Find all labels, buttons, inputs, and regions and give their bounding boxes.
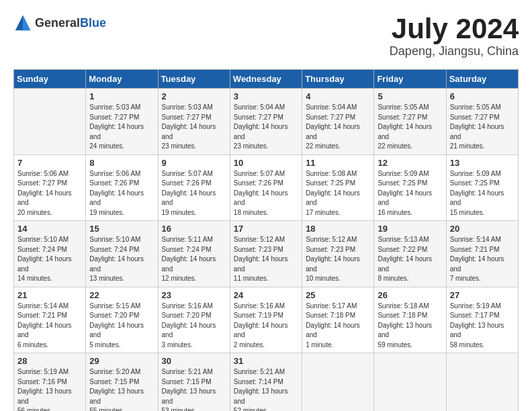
month-title: July 2024 xyxy=(390,13,519,44)
column-header-saturday: Saturday xyxy=(446,70,518,89)
cell-info: Sunrise: 5:14 AMSunset: 7:21 PMDaylight:… xyxy=(17,302,82,351)
cell-info: Sunrise: 5:16 AMSunset: 7:20 PMDaylight:… xyxy=(162,302,226,351)
calendar-cell: 11Sunrise: 5:08 AMSunset: 7:25 PMDayligh… xyxy=(302,154,374,221)
calendar-cell: 15Sunrise: 5:10 AMSunset: 7:24 PMDayligh… xyxy=(86,221,158,287)
day-number: 23 xyxy=(162,290,226,300)
calendar-cell: 13Sunrise: 5:09 AMSunset: 7:25 PMDayligh… xyxy=(446,154,518,221)
calendar-cell: 24Sunrise: 5:16 AMSunset: 7:19 PMDayligh… xyxy=(230,287,302,353)
calendar-week-row: 7Sunrise: 5:06 AMSunset: 7:27 PMDaylight… xyxy=(14,154,519,221)
day-number: 6 xyxy=(450,91,515,101)
calendar-body: 1Sunrise: 5:03 AMSunset: 7:27 PMDaylight… xyxy=(14,89,519,411)
cell-info: Sunrise: 5:04 AMSunset: 7:27 PMDaylight:… xyxy=(306,103,370,152)
day-number: 18 xyxy=(306,224,370,234)
cell-info: Sunrise: 5:04 AMSunset: 7:27 PMDaylight:… xyxy=(234,103,298,152)
day-number: 26 xyxy=(378,290,442,300)
cell-info: Sunrise: 5:06 AMSunset: 7:27 PMDaylight:… xyxy=(17,169,82,218)
cell-info: Sunrise: 5:09 AMSunset: 7:25 PMDaylight:… xyxy=(450,169,515,218)
calendar-cell xyxy=(374,353,446,411)
calendar-cell: 12Sunrise: 5:09 AMSunset: 7:25 PMDayligh… xyxy=(374,154,446,221)
day-number: 28 xyxy=(17,356,82,366)
cell-info: Sunrise: 5:08 AMSunset: 7:25 PMDaylight:… xyxy=(306,169,370,218)
calendar-cell: 17Sunrise: 5:12 AMSunset: 7:23 PMDayligh… xyxy=(230,221,302,287)
day-number: 5 xyxy=(378,91,442,101)
calendar-cell: 5Sunrise: 5:05 AMSunset: 7:27 PMDaylight… xyxy=(374,89,446,155)
logo-general: General xyxy=(35,16,80,30)
calendar-cell: 22Sunrise: 5:15 AMSunset: 7:20 PMDayligh… xyxy=(86,287,158,353)
calendar-cell xyxy=(14,89,86,155)
cell-info: Sunrise: 5:20 AMSunset: 7:15 PMDaylight:… xyxy=(89,367,154,411)
cell-info: Sunrise: 5:17 AMSunset: 7:18 PMDaylight:… xyxy=(306,302,370,351)
cell-info: Sunrise: 5:14 AMSunset: 7:21 PMDaylight:… xyxy=(450,235,515,284)
cell-info: Sunrise: 5:07 AMSunset: 7:26 PMDaylight:… xyxy=(162,169,226,218)
column-header-thursday: Thursday xyxy=(302,70,374,89)
calendar-cell: 18Sunrise: 5:12 AMSunset: 7:23 PMDayligh… xyxy=(302,221,374,287)
day-number: 16 xyxy=(162,224,226,234)
cell-info: Sunrise: 5:05 AMSunset: 7:27 PMDaylight:… xyxy=(450,103,515,152)
calendar-cell: 14Sunrise: 5:10 AMSunset: 7:24 PMDayligh… xyxy=(14,221,86,287)
page-header: GeneralBlue July 2024 Dapeng, Jiangsu, C… xyxy=(13,13,519,58)
cell-info: Sunrise: 5:11 AMSunset: 7:24 PMDaylight:… xyxy=(162,235,226,284)
day-number: 9 xyxy=(162,158,226,168)
cell-info: Sunrise: 5:21 AMSunset: 7:15 PMDaylight:… xyxy=(162,367,226,411)
cell-info: Sunrise: 5:21 AMSunset: 7:14 PMDaylight:… xyxy=(234,367,298,411)
calendar-cell: 25Sunrise: 5:17 AMSunset: 7:18 PMDayligh… xyxy=(302,287,374,353)
cell-info: Sunrise: 5:03 AMSunset: 7:27 PMDaylight:… xyxy=(162,103,226,152)
calendar-cell: 27Sunrise: 5:19 AMSunset: 7:17 PMDayligh… xyxy=(446,287,518,353)
calendar-cell: 16Sunrise: 5:11 AMSunset: 7:24 PMDayligh… xyxy=(158,221,230,287)
calendar-cell: 23Sunrise: 5:16 AMSunset: 7:20 PMDayligh… xyxy=(158,287,230,353)
cell-info: Sunrise: 5:10 AMSunset: 7:24 PMDaylight:… xyxy=(89,235,154,284)
day-number: 13 xyxy=(450,158,515,168)
logo-text: GeneralBlue xyxy=(35,16,106,30)
day-number: 22 xyxy=(89,290,154,300)
day-number: 30 xyxy=(162,356,226,366)
calendar-cell: 20Sunrise: 5:14 AMSunset: 7:21 PMDayligh… xyxy=(446,221,518,287)
day-number: 25 xyxy=(306,290,370,300)
calendar-cell: 4Sunrise: 5:04 AMSunset: 7:27 PMDaylight… xyxy=(302,89,374,155)
cell-info: Sunrise: 5:19 AMSunset: 7:17 PMDaylight:… xyxy=(450,302,515,351)
cell-info: Sunrise: 5:15 AMSunset: 7:20 PMDaylight:… xyxy=(89,302,154,351)
calendar-cell: 21Sunrise: 5:14 AMSunset: 7:21 PMDayligh… xyxy=(14,287,86,353)
day-number: 8 xyxy=(89,158,154,168)
calendar-cell: 29Sunrise: 5:20 AMSunset: 7:15 PMDayligh… xyxy=(86,353,158,411)
calendar-cell: 8Sunrise: 5:06 AMSunset: 7:26 PMDaylight… xyxy=(86,154,158,221)
column-header-tuesday: Tuesday xyxy=(158,70,230,89)
title-block: July 2024 Dapeng, Jiangsu, China xyxy=(390,13,519,58)
logo-blue: Blue xyxy=(80,16,106,30)
cell-info: Sunrise: 5:12 AMSunset: 7:23 PMDaylight:… xyxy=(234,235,298,284)
calendar-cell xyxy=(302,353,374,411)
column-header-sunday: Sunday xyxy=(14,70,86,89)
calendar-cell: 31Sunrise: 5:21 AMSunset: 7:14 PMDayligh… xyxy=(230,353,302,411)
cell-info: Sunrise: 5:18 AMSunset: 7:18 PMDaylight:… xyxy=(378,302,442,351)
svg-marker-1 xyxy=(23,15,30,30)
calendar-cell: 19Sunrise: 5:13 AMSunset: 7:22 PMDayligh… xyxy=(374,221,446,287)
day-number: 20 xyxy=(450,224,515,234)
day-number: 10 xyxy=(234,158,298,168)
calendar-cell: 28Sunrise: 5:19 AMSunset: 7:16 PMDayligh… xyxy=(14,353,86,411)
day-number: 15 xyxy=(89,224,154,234)
cell-info: Sunrise: 5:06 AMSunset: 7:26 PMDaylight:… xyxy=(89,169,154,218)
day-number: 4 xyxy=(306,91,370,101)
cell-info: Sunrise: 5:16 AMSunset: 7:19 PMDaylight:… xyxy=(234,302,298,351)
day-number: 7 xyxy=(17,158,82,168)
calendar-cell: 26Sunrise: 5:18 AMSunset: 7:18 PMDayligh… xyxy=(374,287,446,353)
cell-info: Sunrise: 5:10 AMSunset: 7:24 PMDaylight:… xyxy=(17,235,82,284)
calendar-week-row: 1Sunrise: 5:03 AMSunset: 7:27 PMDaylight… xyxy=(14,89,519,155)
cell-info: Sunrise: 5:09 AMSunset: 7:25 PMDaylight:… xyxy=(378,169,442,218)
calendar-cell: 1Sunrise: 5:03 AMSunset: 7:27 PMDaylight… xyxy=(86,89,158,155)
day-number: 11 xyxy=(306,158,370,168)
calendar-cell: 7Sunrise: 5:06 AMSunset: 7:27 PMDaylight… xyxy=(14,154,86,221)
calendar-cell: 6Sunrise: 5:05 AMSunset: 7:27 PMDaylight… xyxy=(446,89,518,155)
calendar-cell: 2Sunrise: 5:03 AMSunset: 7:27 PMDaylight… xyxy=(158,89,230,155)
calendar-week-row: 14Sunrise: 5:10 AMSunset: 7:24 PMDayligh… xyxy=(14,221,519,287)
day-number: 14 xyxy=(17,224,82,234)
day-number: 3 xyxy=(234,91,298,101)
logo: GeneralBlue xyxy=(13,13,106,32)
day-number: 1 xyxy=(89,91,154,101)
cell-info: Sunrise: 5:19 AMSunset: 7:16 PMDaylight:… xyxy=(17,367,82,411)
location-title: Dapeng, Jiangsu, China xyxy=(390,44,519,58)
calendar-cell: 10Sunrise: 5:07 AMSunset: 7:26 PMDayligh… xyxy=(230,154,302,221)
calendar-cell: 30Sunrise: 5:21 AMSunset: 7:15 PMDayligh… xyxy=(158,353,230,411)
day-number: 27 xyxy=(450,290,515,300)
calendar-cell: 3Sunrise: 5:04 AMSunset: 7:27 PMDaylight… xyxy=(230,89,302,155)
logo-icon xyxy=(13,13,32,32)
